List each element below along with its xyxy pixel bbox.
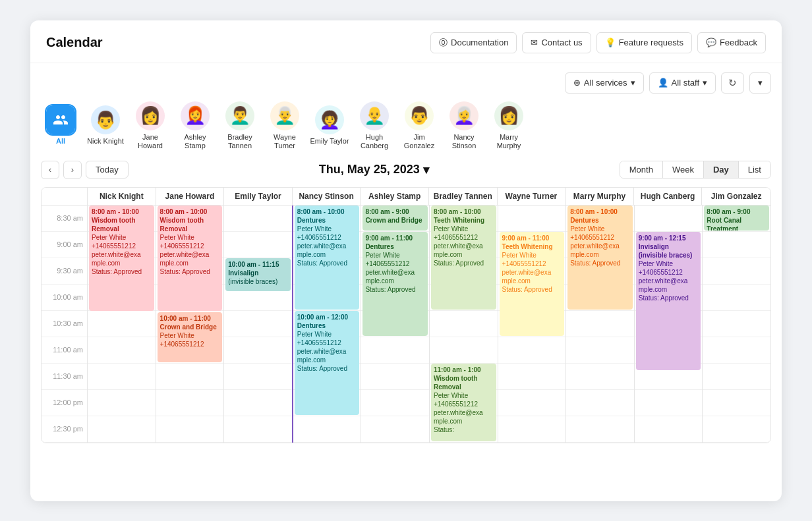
time-slot-900: 9:00 am <box>42 232 87 258</box>
nav-left: ‹ › Today <box>41 161 129 179</box>
staff-item-nancy[interactable]: 👩‍🦳 Nancy Stinson <box>444 101 484 150</box>
event-emily-1[interactable]: 10:00 am - 11:15 Invisalign (invisible b… <box>225 258 291 291</box>
filter-bar: ⊕ All services ▾ 👤 All staff ▾ ↻ ▾ <box>41 72 771 94</box>
staff-name-marry: Marry Murphy <box>489 133 529 150</box>
staff-item-marry[interactable]: 👩 Marry Murphy <box>489 101 529 150</box>
staff-item-jim[interactable]: 👨 Jim Gonzalez <box>399 101 439 150</box>
col-jane: 8:00 am - 10:00 Wisdom tooth Removal Pet… <box>156 206 225 443</box>
services-icon: ⊕ <box>573 78 581 88</box>
view-week-button[interactable]: Week <box>663 161 704 178</box>
staff-avatar-marry: 👩 <box>494 101 523 130</box>
calendar-inner: ⊕ All services ▾ 👤 All staff ▾ ↻ ▾ <box>30 63 782 452</box>
time-slot-1030: 10:30 am <box>42 311 87 337</box>
event-hugh-1[interactable]: 9:00 am - 12:15 Invisalign (invisible br… <box>636 232 701 370</box>
documentation-icon: ⓪ <box>439 37 448 49</box>
view-buttons: Month Week Day List <box>620 161 771 178</box>
header-hugh: Hugh Canberg <box>634 188 703 205</box>
top-bar: Calendar ⓪ Documentation ✉ Contact us 💡 … <box>30 20 782 63</box>
services-filter[interactable]: ⊕ All services ▾ <box>565 72 644 94</box>
time-slot-1100: 11:00 am <box>42 337 87 364</box>
header-emily: Emily Taylor <box>224 188 293 205</box>
feedback-button[interactable]: 💬 Feedback <box>697 32 766 53</box>
page-title: Calendar <box>46 35 103 50</box>
staff-name-hugh: Hugh Canberg <box>355 133 394 150</box>
next-button[interactable]: › <box>63 161 82 179</box>
staff-filter[interactable]: 👤 All staff ▾ <box>649 72 716 94</box>
view-day-button[interactable]: Day <box>704 161 739 178</box>
staff-item-all[interactable]: All <box>41 105 80 146</box>
event-nick-1[interactable]: 8:00 am - 10:00 Wisdom tooth Removal Pet… <box>89 206 154 311</box>
contact-button[interactable]: ✉ Contact us <box>522 32 591 53</box>
top-actions: ⓪ Documentation ✉ Contact us 💡 Feature r… <box>430 32 766 53</box>
staff-avatar-wayne: 👨‍🦳 <box>270 101 299 130</box>
staff-row: All 👨 Nick Knight 👩 Jane Howard 👩‍🦰 Ashl… <box>41 101 771 153</box>
staff-name-jim: Jim Gonzalez <box>399 133 439 150</box>
staff-avatar-nick: 👨 <box>91 105 120 134</box>
more-options-button[interactable]: ▾ <box>749 72 771 94</box>
staff-name-wayne: Wayne Turner <box>265 133 304 150</box>
event-jane-2[interactable]: 10:00 am - 11:00 Crown and Bridge Peter … <box>158 312 223 362</box>
cal-body: 8:30 am 9:00 am 9:30 am 10:00 am 10:30 a… <box>42 206 770 443</box>
prev-button[interactable]: ‹ <box>41 161 59 179</box>
col-nick: 8:00 am - 10:00 Wisdom tooth Removal Pet… <box>88 206 156 443</box>
staff-item-hugh[interactable]: 👨‍🦲 Hugh Canberg <box>355 101 394 150</box>
staff-item-emily[interactable]: 👩‍🦱 Emily Taylor <box>310 105 349 146</box>
event-nancy-1[interactable]: 8:00 am - 10:00 Dentures Peter White +14… <box>295 206 360 310</box>
more-icon: ▾ <box>758 78 763 88</box>
date-title[interactable]: Thu, May 25, 2023 ▾ <box>319 163 429 177</box>
event-ashley-2[interactable]: 9:00 am - 11:00 Dentures Peter White +14… <box>362 232 428 336</box>
time-slot-1200: 12:00 pm <box>42 390 87 416</box>
staff-name-all: All <box>56 137 65 146</box>
staff-avatar-all <box>46 105 75 134</box>
time-slot-1230: 12:30 pm <box>42 416 87 443</box>
staff-icon: 👤 <box>658 78 668 88</box>
staff-item-jane[interactable]: 👩 Jane Howard <box>130 101 170 150</box>
date-chevron: ▾ <box>423 163 429 177</box>
nav-bar: ‹ › Today Thu, May 25, 2023 ▾ Month Week… <box>41 161 771 179</box>
event-bradley-1[interactable]: 8:00 am - 10:00 Teeth Whitening Peter Wh… <box>431 206 496 310</box>
header-jim: Jim Gonzalez <box>702 188 770 205</box>
feedback-icon: 💬 <box>706 38 716 47</box>
event-marry-1[interactable]: 8:00 am - 10:00 Dentures Peter White +14… <box>567 206 633 310</box>
staff-avatar-jim: 👨 <box>405 101 434 130</box>
view-month-button[interactable]: Month <box>620 161 663 178</box>
staff-name-ashley: Ashley Stamp <box>175 133 215 150</box>
time-column: 8:30 am 9:00 am 9:30 am 10:00 am 10:30 a… <box>42 206 88 443</box>
staff-item-nick[interactable]: 👨 Nick Knight <box>86 105 125 146</box>
staff-chevron: ▾ <box>703 78 707 88</box>
calendar-grid: Nick Knight Jane Howard Emily Taylor Nan… <box>41 187 771 443</box>
staff-name-nancy: Nancy Stinson <box>444 133 484 150</box>
event-bradley-2[interactable]: 11:00 am - 1:00 Wisdom tooth Removal Pet… <box>431 364 496 441</box>
time-slot-930: 9:30 am <box>42 258 87 285</box>
staff-name-emily: Emily Taylor <box>310 137 349 146</box>
col-marry: 8:00 am - 10:00 Dentures Peter White +14… <box>566 206 635 443</box>
feature-button[interactable]: 💡 Feature requests <box>596 32 692 53</box>
staff-avatar-jane: 👩 <box>136 101 165 130</box>
header-marry: Marry Murphy <box>566 188 634 205</box>
staff-item-bradley[interactable]: 👨‍🦱 Bradley Tannen <box>220 101 260 150</box>
time-slot-830: 8:30 am <box>42 206 87 232</box>
col-jim: 8:00 am - 9:00 Root Canal Treatment <box>703 206 770 443</box>
event-jim-1[interactable]: 8:00 am - 9:00 Root Canal Treatment <box>704 206 769 231</box>
documentation-button[interactable]: ⓪ Documentation <box>430 32 517 53</box>
staff-name-nick: Nick Knight <box>87 137 124 146</box>
today-button[interactable]: Today <box>86 161 129 178</box>
staff-name-jane: Jane Howard <box>130 133 170 150</box>
header-nick: Nick Knight <box>88 188 156 205</box>
header-nancy: Nancy Stinson <box>293 188 361 205</box>
col-hugh: 9:00 am - 12:15 Invisalign (invisible br… <box>635 206 703 443</box>
view-list-button[interactable]: List <box>739 161 770 178</box>
header-jane: Jane Howard <box>156 188 225 205</box>
event-jane-1[interactable]: 8:00 am - 10:00 Wisdom tooth Removal Pet… <box>158 206 223 311</box>
contact-icon: ✉ <box>531 38 538 47</box>
staff-item-ashley[interactable]: 👩‍🦰 Ashley Stamp <box>175 101 215 150</box>
event-wayne-1[interactable]: 9:00 am - 11:00 Teeth Whitening Peter Wh… <box>500 232 565 336</box>
services-chevron: ▾ <box>631 78 635 88</box>
staff-item-wayne[interactable]: 👨‍🦳 Wayne Turner <box>265 101 304 150</box>
refresh-button[interactable]: ↻ <box>721 72 744 94</box>
cal-header-row: Nick Knight Jane Howard Emily Taylor Nan… <box>42 188 770 206</box>
event-nancy-2[interactable]: 10:00 am - 12:00 Dentures Peter White +1… <box>295 311 360 415</box>
col-ashley: 8:00 am - 9:00 Crown and Bridge 9:00 am … <box>361 206 430 443</box>
staff-avatar-nancy: 👩‍🦳 <box>450 101 478 130</box>
event-ashley-1[interactable]: 8:00 am - 9:00 Crown and Bridge <box>362 206 428 231</box>
